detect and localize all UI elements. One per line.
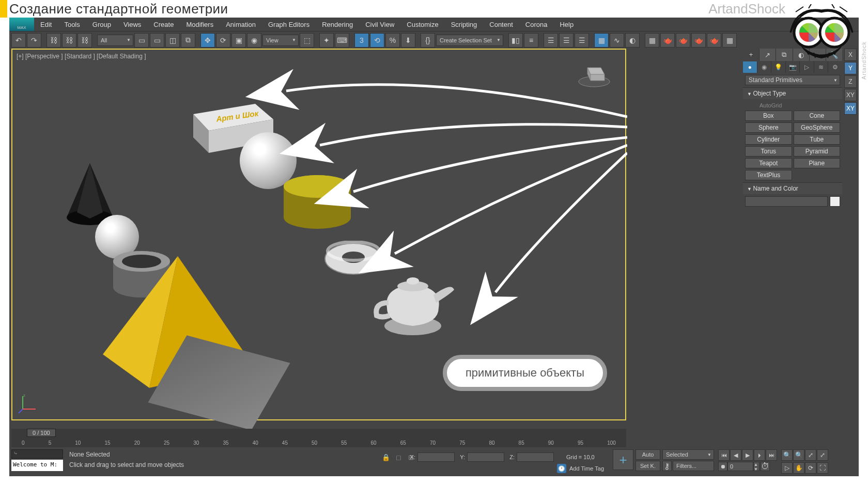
- object-color-swatch[interactable]: [830, 196, 840, 207]
- menu-animation[interactable]: Animation: [221, 19, 261, 30]
- render-prod-icon[interactable]: 🫖: [691, 33, 706, 48]
- mirror-icon[interactable]: ▮▯: [508, 33, 523, 48]
- timeline-slider[interactable]: 0 / 100: [11, 429, 626, 437]
- key-filters-button[interactable]: Filters...: [673, 461, 714, 471]
- viewport[interactable]: [+] [Perspective ] [Standard ] [Default …: [11, 49, 626, 420]
- current-frame-input[interactable]: 0: [727, 462, 753, 471]
- maxscript-input[interactable]: ⤷: [11, 449, 63, 459]
- select-name-icon[interactable]: ▭: [150, 33, 164, 48]
- shapes-tab-icon[interactable]: ◉: [757, 61, 771, 73]
- angle-snap-icon[interactable]: ⟲: [370, 33, 384, 48]
- render-preset-icon[interactable]: ▦: [722, 33, 737, 48]
- torus-button[interactable]: Torus: [745, 146, 792, 157]
- time-config-icon[interactable]: ⏱: [761, 462, 770, 471]
- set-key-button[interactable]: Set K.: [636, 461, 660, 471]
- coord-x-input[interactable]: [417, 452, 455, 462]
- axis-xy2-tab[interactable]: XY: [844, 102, 857, 115]
- rotate-icon[interactable]: ⟳: [216, 33, 230, 48]
- app-logo-icon[interactable]: MAX: [9, 18, 34, 31]
- geosphere-button[interactable]: GeoSphere: [794, 122, 841, 133]
- curve-editor-icon[interactable]: ▦: [594, 33, 609, 48]
- frame-spinner[interactable]: ▲▼: [753, 462, 760, 471]
- placement-icon[interactable]: ◉: [247, 33, 261, 48]
- next-frame-icon[interactable]: ⏵: [754, 449, 765, 461]
- frame-indicator[interactable]: 0 / 100: [27, 429, 56, 437]
- menu-customize[interactable]: Customize: [401, 19, 443, 30]
- menu-edit[interactable]: Edit: [35, 19, 57, 30]
- redo-icon[interactable]: ↷: [27, 33, 41, 48]
- cylinder-button[interactable]: Cylinder: [745, 134, 792, 145]
- zoom-extents-all-icon[interactable]: ⤢: [817, 449, 828, 461]
- select-icon[interactable]: ▭: [134, 33, 149, 48]
- menu-help[interactable]: Help: [554, 19, 579, 30]
- modify-tab-icon[interactable]: ↗: [760, 49, 776, 61]
- teapot-button[interactable]: Teapot: [745, 158, 792, 168]
- unlink-icon[interactable]: ⛓: [62, 33, 76, 48]
- timetag-icon[interactable]: 🕐: [557, 464, 566, 473]
- menu-graph-editors[interactable]: Graph Editors: [263, 19, 315, 30]
- coord-z-input[interactable]: [517, 452, 554, 462]
- orbit-icon[interactable]: ⟳: [805, 462, 816, 474]
- window-crossing-icon[interactable]: ⧉: [181, 33, 195, 48]
- render-icon[interactable]: 🫖: [676, 33, 690, 48]
- play-icon[interactable]: ▶: [742, 449, 753, 461]
- material-editor-icon[interactable]: ◐: [625, 33, 640, 48]
- sphere-button[interactable]: Sphere: [745, 122, 792, 133]
- pivot-icon[interactable]: ⬚: [300, 33, 314, 48]
- render-frame-icon[interactable]: 🫖: [660, 33, 675, 48]
- timetag-label[interactable]: Add Time Tag: [569, 465, 604, 472]
- layers-icon[interactable]: ☰: [544, 33, 558, 48]
- goto-end-icon[interactable]: ⏭: [766, 449, 777, 461]
- name-color-rollout[interactable]: Name and Color: [743, 182, 842, 194]
- key-mode-toggle-icon[interactable]: ⏺: [718, 462, 727, 471]
- named-sel-icon[interactable]: {}: [421, 33, 435, 48]
- render-iter-icon[interactable]: 🫖: [707, 33, 721, 48]
- zoom-all-icon[interactable]: 🔍: [793, 449, 804, 461]
- cone-button[interactable]: Cone: [794, 111, 841, 121]
- object-type-rollout[interactable]: Object Type: [743, 87, 842, 99]
- key-filter-dropdown[interactable]: Selected: [662, 449, 714, 460]
- menu-group[interactable]: Group: [87, 19, 116, 30]
- menu-modifiers[interactable]: Modifiers: [181, 19, 219, 30]
- goto-start-icon[interactable]: ⏮: [718, 449, 730, 461]
- ref-coord-dropdown[interactable]: View: [262, 35, 299, 46]
- menu-scripting[interactable]: Scripting: [446, 19, 483, 30]
- prev-frame-icon[interactable]: ◀: [730, 449, 741, 461]
- zoom-icon[interactable]: 🔍: [781, 449, 793, 461]
- bind-icon[interactable]: ⛓: [78, 33, 92, 48]
- scale-icon[interactable]: ▣: [231, 33, 246, 48]
- autogrid-checkbox[interactable]: AutoGrid: [745, 101, 840, 111]
- menu-rendering[interactable]: Rendering: [317, 19, 358, 30]
- keyboard-shortcut-icon[interactable]: ⌨: [335, 33, 349, 48]
- schematic-icon[interactable]: ∿: [610, 33, 624, 48]
- menu-content[interactable]: Content: [484, 19, 518, 30]
- tube-button[interactable]: Tube: [794, 134, 841, 145]
- create-tab-icon[interactable]: +: [743, 49, 759, 61]
- layer-manager-icon[interactable]: ☰: [559, 33, 574, 48]
- menu-create[interactable]: Create: [148, 19, 179, 30]
- axis-z-tab[interactable]: Z: [844, 75, 857, 88]
- object-name-input[interactable]: [745, 196, 828, 207]
- coord-y-input[interactable]: [467, 452, 504, 462]
- selection-set-dropdown[interactable]: Create Selection Set: [436, 35, 503, 46]
- menu-views[interactable]: Views: [118, 19, 146, 30]
- menu-civil-view[interactable]: Civil View: [360, 19, 399, 30]
- time-ruler[interactable]: 0510152025303540455055606570758085909510…: [11, 437, 626, 447]
- lock-icon[interactable]: 🔒: [381, 452, 391, 462]
- plane-button[interactable]: Plane: [794, 158, 841, 168]
- lights-tab-icon[interactable]: 💡: [771, 61, 785, 73]
- maximize-viewport-icon[interactable]: ⛶: [817, 462, 828, 474]
- undo-icon[interactable]: ↶: [11, 33, 26, 48]
- menu-corona[interactable]: Corona: [520, 19, 553, 30]
- pan-icon[interactable]: ✋: [793, 462, 804, 474]
- align-icon[interactable]: ≡: [524, 33, 538, 48]
- auto-key-button[interactable]: Auto: [636, 449, 660, 460]
- render-setup-icon[interactable]: ▦: [645, 33, 659, 48]
- move-icon[interactable]: ✥: [200, 33, 215, 48]
- select-manipulate-icon[interactable]: ✦: [319, 33, 334, 48]
- snap-toggle-icon[interactable]: 3: [354, 33, 369, 48]
- zoom-extents-icon[interactable]: ⤢: [805, 449, 816, 461]
- axis-xy-tab[interactable]: XY: [844, 89, 857, 101]
- set-key-big-button[interactable]: +: [613, 449, 633, 470]
- selection-filter-dropdown[interactable]: All: [97, 35, 133, 46]
